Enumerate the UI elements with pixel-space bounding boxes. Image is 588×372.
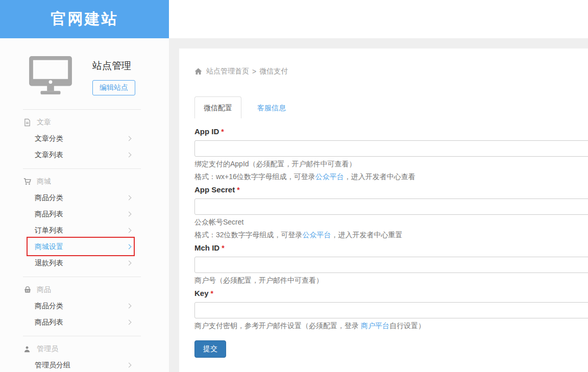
form-field-Key: Key*商户支付密钥，参考开户邮件设置（必须配置，登录 商户平台自行设置） [194,289,588,331]
brand-header: 官网建站 [0,0,169,38]
sidebar: 站点管理 编辑站点 文章文章分类文章列表商城商品分类商品列表订单列表商城设置退款… [0,38,169,372]
chevron-right-icon [127,363,132,368]
sidebar-section: 管理员管理员分组 [0,336,169,372]
main-area: 站点管理首页 > 微信支付 微信配置客服信息 App ID*绑定支付的AppId… [169,0,588,372]
site-title: 站点管理 [92,59,135,72]
breadcrumb-separator: > [252,67,256,76]
help-text-segment: ，进入开发者中心查看 [344,172,415,181]
tab-bar: 微信配置客服信息 [194,96,588,118]
chevron-right-icon [127,244,132,250]
sidebar-section-label: 商品 [37,285,51,294]
help-text-segment: 商户号（必须配置，开户邮件中可查看） [194,276,323,284]
form-field-Mch ID: Mch ID*商户号（必须配置，开户邮件中可查看） [194,243,588,286]
help-text-segment: 自行设置） [389,321,425,330]
submit-button[interactable]: 提交 [194,340,226,358]
chevron-right-icon [127,261,132,266]
help-link[interactable]: 商户平台 [361,321,389,330]
field-help-text: 格式：wx+16位数字字母组成，可登录公众平台，进入开发者中心查看 [194,171,588,182]
help-link[interactable]: 公众平台 [315,172,344,181]
field-help-text: 商户支付密钥，参考开户邮件设置（必须配置，登录 商户平台自行设置） [194,320,588,331]
sidebar-item-label: 退款列表 [35,259,63,268]
help-link[interactable]: 公众平台 [303,231,331,239]
field-help-text: 格式：32位数字字母组成，可登录公众平台，进入开发者中心重置 [194,230,588,240]
sidebar-item-商品列表[interactable]: 商品列表 [0,314,169,331]
sidebar-item-label: 订单列表 [35,226,63,235]
help-text-segment: ，进入开发者中心重置 [331,231,403,239]
sidebar-item-文章列表[interactable]: 文章列表 [0,147,169,163]
admin-icon [23,345,32,353]
help-text-segment: 格式：32位数字字母组成，可登录 [194,231,303,239]
help-text-segment: 公众帐号Secret [194,218,243,226]
field-label: Mch ID* [194,243,588,253]
field-help-text: 商户号（必须配置，开户邮件中可查看） [194,275,588,286]
sidebar-item-label: 商品列表 [35,318,63,327]
content-card: 站点管理首页 > 微信支付 微信配置客服信息 App ID*绑定支付的AppId… [179,48,588,372]
form-field-App Secret: App Secret*公众帐号Secret格式：32位数字字母组成，可登录公众平… [194,185,588,240]
sidebar-item-label: 文章分类 [35,134,63,143]
brand-title: 官网建站 [51,9,118,30]
key-input[interactable] [194,302,588,318]
sidebar-menu: 文章文章分类文章列表商城商品分类商品列表订单列表商城设置退款列表商品商品分类商品… [0,109,169,372]
field-label: App ID* [194,127,588,136]
help-text-segment: 绑定支付的AppId（必须配置，开户邮件中可查看） [194,160,356,168]
chevron-right-icon [127,212,132,217]
sidebar-section-header: 管理员 [0,341,169,357]
sidebar-item-商品列表[interactable]: 商品列表 [0,206,169,222]
site-panel: 站点管理 编辑站点 [0,38,169,97]
monitor-icon [28,55,73,97]
field-label: Key* [194,289,588,298]
breadcrumb-home-link[interactable]: 站点管理首页 [206,67,249,76]
required-asterisk: * [221,128,224,136]
chevron-right-icon [127,304,132,309]
sidebar-section-label: 管理员 [37,344,58,354]
sidebar-item-label: 管理员分组 [35,361,70,370]
required-asterisk: * [237,186,239,194]
sidebar-item-退款列表[interactable]: 退款列表 [0,255,169,271]
sidebar-item-订单列表[interactable]: 订单列表 [0,222,169,239]
sidebar-section: 商品商品分类商品列表 [0,277,169,331]
home-icon [194,68,202,75]
form-field-App ID: App ID*绑定支付的AppId（必须配置，开户邮件中可查看）格式：wx+16… [194,127,588,182]
sidebar-item-label: 商品列表 [35,210,63,219]
sidebar-item-商品分类[interactable]: 商品分类 [0,298,169,314]
sidebar-section: 文章文章分类文章列表 [0,110,169,163]
field-help-text: 公众帐号Secret [194,217,588,228]
sidebar-section-header: 商城 [0,173,169,190]
required-asterisk: * [211,289,213,297]
chevron-right-icon [127,320,132,325]
chevron-right-icon [127,228,132,233]
sidebar-item-label: 商品分类 [35,302,63,311]
chevron-right-icon [127,195,132,201]
basket-icon [23,286,32,294]
chevron-right-icon [127,153,132,158]
sidebar-item-label: 商品分类 [35,193,63,203]
sidebar-item-文章分类[interactable]: 文章分类 [0,131,169,147]
sidebar-section-label: 文章 [37,118,51,127]
app-secret-input[interactable] [194,199,588,215]
sidebar-section: 商城商品分类商品列表订单列表商城设置退款列表 [0,169,169,271]
wechat-config-form: App ID*绑定支付的AppId（必须配置，开户邮件中可查看）格式：wx+16… [194,127,588,331]
sidebar-item-label: 文章列表 [35,151,63,160]
required-asterisk: * [222,244,224,252]
sidebar-item-商品分类[interactable]: 商品分类 [0,190,169,206]
sidebar-section-label: 商城 [37,177,51,186]
breadcrumb-current: 微信支付 [259,67,288,76]
field-label: App Secret* [194,185,588,194]
sidebar-section-header: 商品 [0,282,169,298]
content-background: 站点管理首页 > 微信支付 微信配置客服信息 App ID*绑定支付的AppId… [169,38,588,372]
sidebar-section-header: 文章 [0,114,169,131]
field-help-text: 绑定支付的AppId（必须配置，开户邮件中可查看） [194,159,588,169]
cart-icon [23,178,32,186]
article-icon [23,118,32,127]
tab-微信配置[interactable]: 微信配置 [194,96,241,118]
mch-id-input[interactable] [194,257,588,273]
sidebar-item-商城设置[interactable]: 商城设置 [0,239,169,255]
help-text-segment: 格式：wx+16位数字字母组成，可登录 [194,172,315,181]
app-id-input[interactable] [194,140,588,157]
edit-site-button[interactable]: 编辑站点 [92,80,135,95]
sidebar-item-label: 商城设置 [35,242,63,252]
help-text-segment: 商户支付密钥，参考开户邮件设置（必须配置，登录 [194,321,361,330]
sidebar-item-管理员分组[interactable]: 管理员分组 [0,357,169,372]
breadcrumb: 站点管理首页 > 微信支付 [194,67,588,76]
tab-客服信息[interactable]: 客服信息 [249,97,295,118]
